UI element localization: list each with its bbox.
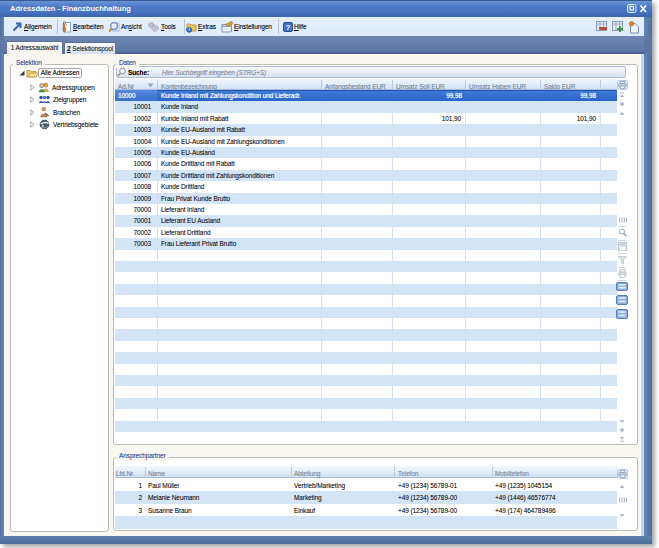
svg-text:?: ? xyxy=(286,23,291,32)
